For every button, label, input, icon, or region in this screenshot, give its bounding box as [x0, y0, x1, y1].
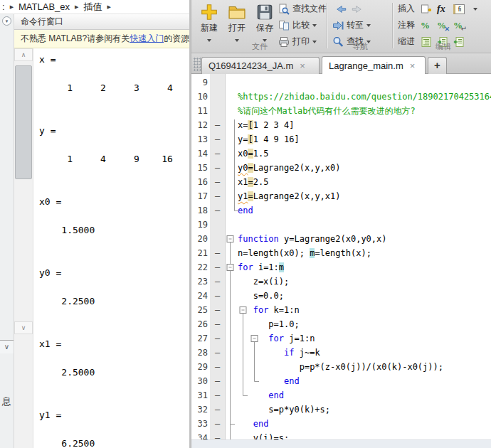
compare-dropdown-icon[interactable]	[312, 24, 317, 27]
panel-menu-icon[interactable]: ▼	[2, 16, 11, 26]
breakpoint-dash[interactable]: –	[210, 260, 225, 274]
breakpoint-dash[interactable]: –	[210, 374, 225, 388]
breadcrumb-arrow-icon[interactable]: ▶	[75, 4, 78, 9]
goto-button[interactable]: 转至	[332, 18, 371, 32]
goto-dropdown-icon[interactable]	[366, 24, 371, 27]
breadcrumb-root[interactable]: :	[2, 1, 5, 12]
insert-fi-button[interactable]: fi	[453, 2, 465, 16]
line-number: 23	[191, 274, 210, 289]
breakpoint-dash[interactable]: –	[210, 246, 225, 260]
console-line: x1 =	[39, 337, 189, 351]
console-line	[39, 110, 189, 124]
code-text[interactable]: %https://zhidao.baidu.com/question/18902…	[226, 75, 491, 439]
breadcrumb-item-chazhi[interactable]: 插值	[83, 1, 102, 14]
breakpoint-dash[interactable]: –	[210, 346, 225, 360]
open-label: 打开	[223, 22, 250, 34]
line-number: 29	[191, 360, 210, 374]
insert-more-button[interactable]	[473, 2, 477, 16]
tab-lagrange-main[interactable]: Lagrange_main.m ×	[322, 56, 426, 74]
open-button[interactable]: 打开	[223, 1, 250, 44]
breakpoint-dash[interactable]: –	[210, 289, 225, 303]
breakpoint-dash[interactable]: –	[210, 189, 225, 203]
scrollbar-thumb[interactable]	[15, 65, 32, 179]
console-line	[39, 67, 189, 81]
tab-label: Lagrange_main.m	[329, 60, 403, 71]
find-files-button[interactable]: 查找文件	[278, 2, 327, 16]
command-window-scrollbar[interactable]: ∧ ∨	[14, 48, 33, 448]
breakpoint-dash[interactable]: –	[210, 360, 225, 374]
tab-q1694124234-ja[interactable]: Q1694124234_JA.m ×	[201, 57, 320, 74]
left-pane: : ▶ MATLAB_ex ▶ 插值 ▶ ▼ ∨ 息 命令行窗口 不熟悉 MAT…	[0, 0, 191, 448]
breakpoint-dash[interactable]: –	[210, 388, 225, 402]
line-number: 28	[191, 346, 210, 360]
breakpoint-dash[interactable]: –	[210, 402, 225, 417]
breadcrumb: : ▶ MATLAB_ex ▶ 插值 ▶	[0, 0, 189, 14]
compare-button[interactable]: 比较	[278, 18, 317, 32]
breakpoint-dash[interactable]: –	[210, 132, 225, 146]
line-number: 12	[191, 118, 210, 132]
breadcrumb-arrow-icon[interactable]: ▶	[10, 4, 14, 9]
breakpoint-dash[interactable]: –	[210, 431, 225, 439]
console-line	[39, 380, 189, 394]
console-line: x =	[39, 53, 189, 67]
console-line: y1 =	[39, 408, 189, 422]
back-arrow-icon	[335, 4, 347, 15]
line-number: 15	[191, 161, 210, 175]
quick-start-link[interactable]: 快速入门	[130, 33, 164, 43]
breakpoint-dash[interactable]: –	[210, 146, 225, 161]
breakpoint-dash[interactable]: –	[210, 417, 225, 431]
close-icon[interactable]: ×	[410, 61, 416, 70]
scroll-down-icon[interactable]: ∨	[14, 321, 33, 334]
code-line: x1=2.5	[226, 175, 491, 189]
insert-section-button[interactable]	[421, 2, 432, 16]
minimized-panel-tab[interactable]: 息	[0, 393, 14, 408]
console-line	[39, 280, 189, 294]
comment-button[interactable]: %	[421, 18, 432, 32]
console-line	[39, 95, 189, 110]
save-button[interactable]: 保存	[251, 1, 278, 44]
breakpoint-dash[interactable]: –	[210, 317, 225, 331]
console-line: 6.2500	[39, 437, 189, 448]
code-line: function y=Lagrange2(x0,y0,x)	[226, 232, 491, 246]
console-line: y0 =	[39, 266, 189, 280]
breakpoint-dash[interactable]: –	[210, 331, 225, 346]
breakpoint-dash[interactable]: –	[210, 203, 225, 218]
line-number: 17	[191, 189, 210, 203]
back-button[interactable]	[335, 2, 347, 16]
code-line: s=0.0;	[226, 289, 491, 303]
forward-button[interactable]	[351, 2, 362, 16]
breakpoint-dash[interactable]: –	[210, 303, 225, 317]
line-number: 34	[191, 431, 210, 439]
notice-text: 不熟悉 MATLAB?请参阅有关	[21, 33, 130, 43]
compare-label: 比较	[292, 19, 310, 31]
breakpoint-dash[interactable]: –	[210, 161, 225, 175]
console-line	[39, 323, 189, 337]
line-number: 16	[191, 175, 210, 189]
code-editor[interactable]: 9101112131415161718192021222324252627282…	[191, 74, 491, 439]
insert-dropdown-icon[interactable]	[473, 8, 477, 11]
code-line: s=p*y0(k)+s;	[226, 402, 491, 417]
wrap-comment-button[interactable]: %↵	[453, 18, 465, 32]
breakpoint-dash[interactable]: –	[210, 274, 225, 289]
close-icon[interactable]: ×	[300, 61, 305, 70]
line-number: 20	[191, 232, 210, 246]
breadcrumb-item-matlab-ex[interactable]: MATLAB_ex	[19, 1, 70, 12]
breadcrumb-arrow-icon[interactable]: ▶	[107, 4, 110, 9]
console-line: 1.5000	[39, 223, 189, 238]
uncomment-button[interactable]: %✕	[437, 18, 448, 32]
collapse-chevron-icon[interactable]: ∨	[0, 340, 14, 353]
insert-function-button[interactable]: fx	[437, 2, 445, 16]
insert-section-icon	[421, 4, 432, 15]
line-number: 22	[191, 260, 210, 274]
breakpoint-dash[interactable]: –	[210, 175, 225, 189]
wrap-comment-icon: %↵	[453, 20, 465, 31]
scroll-up-icon[interactable]: ∧	[14, 48, 33, 61]
breakpoint-dash[interactable]: –	[210, 118, 225, 132]
breakpoint-dash	[210, 218, 225, 232]
command-window-output[interactable]: x = 1 2 3 4y = 1 4 9 16x0 = 1.5000y0 = 2…	[33, 48, 189, 448]
new-tab-button[interactable]: +	[428, 57, 447, 74]
tab-label: Q1694124234_JA.m	[208, 60, 293, 71]
panel-grip-icon[interactable]	[194, 58, 201, 71]
new-button[interactable]: 新建	[196, 1, 223, 44]
breakpoint-gutter[interactable]: –––––––––––––––––––––	[210, 74, 226, 439]
